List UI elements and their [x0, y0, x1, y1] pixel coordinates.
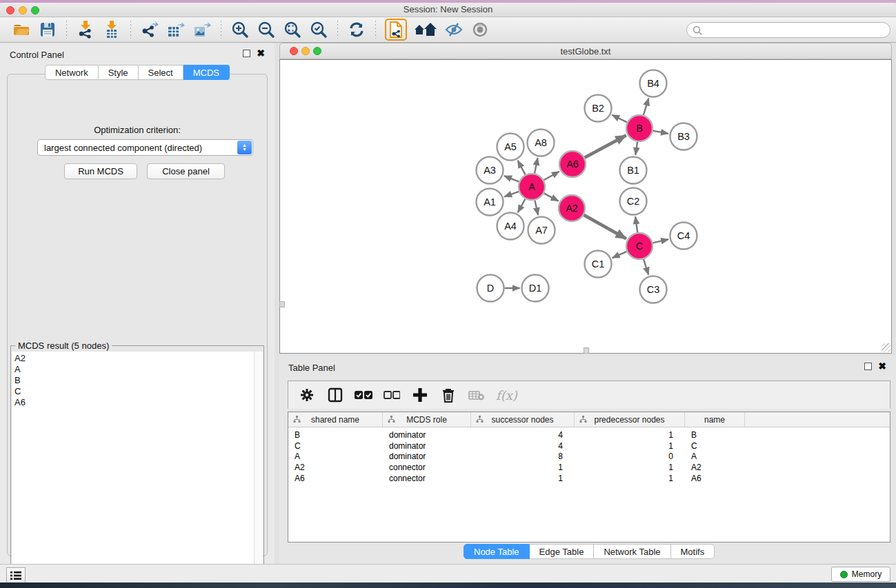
run-mcds-button[interactable]: Run MCDS [64, 163, 137, 179]
splitter-handle[interactable] [279, 301, 285, 307]
select-all-columns-button[interactable] [355, 386, 372, 404]
edge-C-C3[interactable] [644, 259, 648, 274]
result-item[interactable]: B [14, 375, 255, 386]
graph-node-C4[interactable]: C4 [670, 223, 697, 250]
column-header-shared-name[interactable]: shared name [288, 412, 383, 427]
import-table-button[interactable] [99, 19, 125, 40]
graph-node-C[interactable]: C [626, 233, 653, 259]
tab-network-table[interactable]: Network Table [594, 544, 670, 559]
tab-style[interactable]: Style [99, 65, 139, 80]
graph-node-B3[interactable]: B3 [670, 123, 697, 150]
table-row[interactable]: Adominator80A [288, 452, 890, 463]
minimize-traffic-light[interactable] [301, 47, 310, 55]
tab-node-table[interactable]: Node Table [464, 544, 530, 559]
new-network-from-file-button[interactable] [381, 19, 410, 40]
search-field[interactable] [686, 22, 890, 38]
export-image-button[interactable] [189, 19, 215, 40]
open-session-button[interactable] [8, 19, 34, 40]
tab-select[interactable]: Select [139, 65, 183, 80]
window-resize-grip[interactable] [882, 343, 890, 352]
refresh-layout-button[interactable] [344, 19, 370, 40]
tab-mcds[interactable]: MCDS [183, 65, 230, 80]
tab-network[interactable]: Network [45, 65, 99, 80]
edge-C-C2[interactable] [635, 216, 637, 232]
table-row[interactable]: A2connector11A2 [288, 462, 890, 473]
memory-button[interactable]: Memory [831, 567, 890, 582]
graph-node-C2[interactable]: C2 [620, 188, 647, 215]
show-panels-list-button[interactable] [6, 567, 26, 584]
edge-A-A3[interactable] [504, 176, 519, 181]
float-panel-icon[interactable] [243, 50, 250, 57]
search-input[interactable] [702, 24, 890, 37]
mcds-result-list[interactable]: A2ABCA6 [12, 352, 255, 582]
zoom-traffic-light[interactable] [313, 47, 321, 55]
delete-column-button[interactable] [439, 386, 457, 404]
export-network-button[interactable] [137, 19, 163, 40]
close-traffic-light[interactable] [6, 6, 14, 14]
result-item[interactable]: A2 [14, 353, 255, 364]
result-item[interactable]: A [14, 364, 255, 375]
graph-node-D1[interactable]: D1 [522, 275, 549, 302]
function-builder-button[interactable]: f(x) [496, 386, 517, 404]
result-item[interactable]: A6 [14, 397, 255, 408]
graph-node-C3[interactable]: C3 [640, 276, 667, 303]
graph-node-B[interactable]: B [626, 115, 653, 141]
close-panel-icon[interactable]: ✖ [257, 50, 265, 57]
edge-A-A2[interactable] [544, 193, 559, 201]
graph-node-B1[interactable]: B1 [620, 157, 647, 184]
result-item[interactable]: C [14, 386, 255, 397]
app-titlebar[interactable]: Session: New Session [0, 3, 896, 17]
float-panel-icon[interactable] [864, 363, 872, 370]
graph-node-A6[interactable]: A6 [559, 151, 586, 177]
splitter-handle[interactable] [584, 347, 589, 354]
tab-edge-table[interactable]: Edge Table [530, 544, 595, 559]
import-network-button[interactable] [72, 19, 99, 40]
edge-A-A6[interactable] [544, 172, 559, 180]
criterion-select[interactable]: largest connected component (directed) ▲… [37, 139, 253, 156]
graph-node-C1[interactable]: C1 [585, 251, 612, 278]
minimize-traffic-light[interactable] [19, 6, 27, 14]
save-session-button[interactable] [34, 19, 61, 40]
close-panel-icon[interactable]: ✖ [878, 363, 886, 370]
column-header-predecessor-nodes[interactable]: predecessor nodes [575, 412, 685, 427]
edge-B-B3[interactable] [653, 131, 668, 134]
node-table[interactable]: shared nameMCDS rolesuccessor nodesprede… [288, 412, 890, 543]
edge-A-A8[interactable] [535, 158, 538, 173]
column-header-successor-nodes[interactable]: successor nodes [471, 412, 575, 427]
edge-A-A5[interactable] [518, 161, 526, 175]
result-scrollbar[interactable] [254, 352, 263, 582]
graph-node-D[interactable]: D [477, 275, 504, 302]
table-row[interactable]: Cdominator41C [288, 440, 890, 452]
edge-A6-B[interactable] [585, 135, 626, 157]
edge-A-A7[interactable] [535, 201, 538, 216]
edge-A-A1[interactable] [504, 192, 519, 197]
table-row[interactable]: Bdominator41B [288, 429, 890, 440]
zoom-in-button[interactable] [227, 19, 253, 40]
hide-eye-button[interactable] [441, 19, 467, 40]
graph-node-A2[interactable]: A2 [559, 195, 585, 221]
split-view-button[interactable] [326, 386, 344, 404]
graph-node-A5[interactable]: A5 [497, 134, 524, 161]
graph-node-B4[interactable]: B4 [640, 70, 667, 97]
home-view-button[interactable] [410, 19, 441, 40]
graph-node-A8[interactable]: A8 [528, 130, 555, 156]
zoom-fit-button[interactable] [279, 19, 306, 40]
deselect-all-columns-button[interactable] [383, 386, 401, 404]
edge-A2-C[interactable] [584, 215, 626, 239]
edge-C-C4[interactable] [653, 239, 668, 243]
column-header-name[interactable]: name [685, 412, 745, 427]
zoom-traffic-light[interactable] [31, 6, 39, 14]
export-table-button[interactable] [163, 19, 189, 40]
edge-B-B2[interactable] [612, 115, 627, 123]
graph-node-A1[interactable]: A1 [477, 189, 504, 216]
edge-A-A4[interactable] [518, 199, 526, 213]
column-header-MCDS-role[interactable]: MCDS role [383, 412, 471, 427]
graph-node-A3[interactable]: A3 [477, 157, 504, 184]
graph-node-A[interactable]: A [519, 174, 545, 200]
graph-node-A7[interactable]: A7 [528, 217, 555, 244]
zoom-out-button[interactable] [253, 19, 279, 40]
tab-motifs[interactable]: Motifs [671, 544, 715, 559]
add-column-button[interactable] [411, 386, 429, 404]
table-settings-button[interactable] [298, 386, 316, 404]
graph-node-A4[interactable]: A4 [497, 213, 524, 240]
